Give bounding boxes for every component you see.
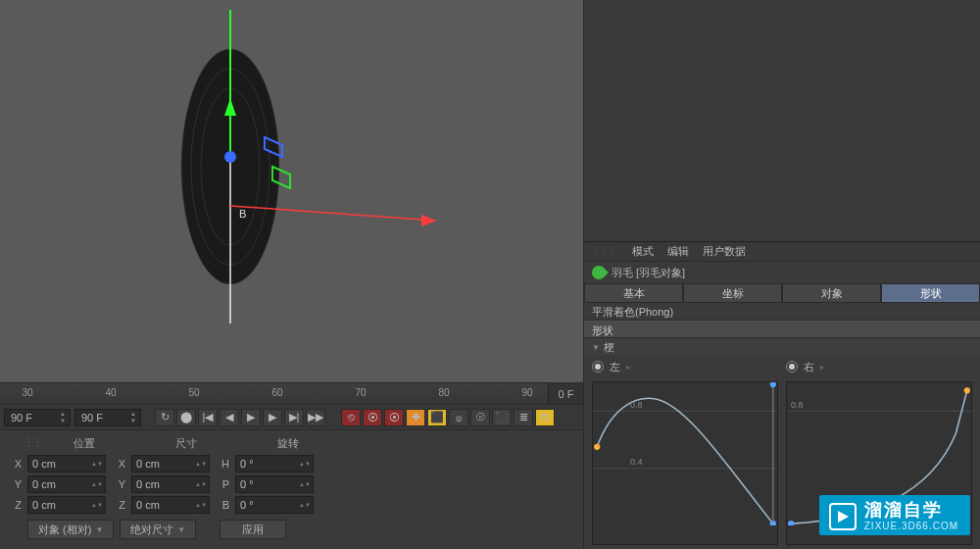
svg-point-18 (964, 387, 970, 393)
key-btn-10[interactable]: ⧉ (535, 409, 555, 426)
stem-subsection[interactable]: ▼梗 (584, 338, 980, 356)
graph-ytick: 0.8 (791, 400, 804, 410)
curve-graph-left[interactable]: 0.8 0.4 (592, 381, 778, 545)
object-relative-dropdown[interactable]: 对象 (相对)▼ (27, 520, 114, 539)
coordinates-panel: ⋮⋮ 位置 尺寸 旋转 X 0 cm▲▼ X 0 cm▲▼ H 0 °▲▼ Y … (0, 429, 583, 549)
timeline-tick: 40 (105, 387, 116, 398)
apply-button[interactable]: 应用 (220, 520, 286, 539)
record-button[interactable]: ⬤ (176, 409, 196, 426)
transport-bar: 90 F▲▼ 90 F▲▼ ↻ ⬤ |◀ ◀ ▶ ▶ ▶| ▶▶ ⦸ ⦿ ⦿ ✚… (0, 404, 583, 429)
to-start-button[interactable]: |◀ (198, 409, 218, 426)
watermark-badge: 溜溜自学 ZIXUE.3D66.COM (819, 495, 970, 535)
key-btn-9[interactable]: ≣ (514, 409, 533, 426)
timeline-tick: 70 (355, 387, 366, 398)
watermark-title: 溜溜自学 (864, 501, 958, 521)
absolute-size-dropdown[interactable]: 绝对尺寸▼ (120, 520, 196, 539)
key-btn-5[interactable]: ⬛ (427, 409, 447, 426)
key-btn-8[interactable]: ⬛ (492, 409, 512, 426)
size-y-field[interactable]: 0 cm▲▼ (131, 475, 210, 493)
menu-mode[interactable]: 模式 (632, 244, 654, 259)
menu-user-data[interactable]: 用户数据 (703, 244, 746, 259)
right-upper-panel (584, 0, 980, 242)
pos-y-field[interactable]: 0 cm▲▼ (27, 475, 106, 493)
menu-edit[interactable]: 编辑 (667, 244, 689, 259)
timeline-ruler[interactable]: 30 40 50 60 70 80 90 0 F (0, 382, 583, 404)
radio-left[interactable] (592, 361, 604, 373)
graph-ytick: 0.8 (630, 400, 643, 410)
svg-point-17 (788, 521, 794, 525)
radio-right-label: 右 (804, 360, 814, 374)
timeline-current-frame: 0 F (548, 383, 583, 404)
rot-p-field[interactable]: 0 °▲▼ (235, 475, 314, 493)
pos-z-field[interactable]: 0 cm▲▼ (27, 496, 106, 514)
keyframe-toolbar: ⦸ ⦿ ⦿ ✚ ⬛ ⌾ ⦾ ⬛ ≣ ⧉ (341, 409, 555, 426)
timeline-tick: 60 (271, 387, 282, 398)
watermark-url: ZIXUE.3D66.COM (864, 521, 958, 531)
radio-right[interactable] (786, 361, 798, 373)
timeline-tick: 30 (22, 387, 32, 398)
size-x-field[interactable]: 0 cm▲▼ (131, 455, 210, 473)
rotation-header: 旋转 (237, 436, 339, 451)
tab-shape[interactable]: 形状 (881, 283, 980, 303)
key-btn-1[interactable]: ⦸ (341, 409, 361, 426)
viewport-3d[interactable]: B (0, 0, 583, 382)
left-right-radio-row: 左 ▸ 右 ▸ (584, 356, 980, 377)
disclosure-icon: ▼ (592, 343, 600, 352)
timeline-tick: 80 (438, 387, 449, 398)
key-btn-6[interactable]: ⌾ (449, 409, 468, 426)
graph-ytick: 0.4 (630, 457, 643, 467)
pos-x-field[interactable]: 0 cm▲▼ (27, 455, 106, 473)
viewport-canvas: B (0, 0, 583, 371)
object-title-label: 羽毛 [羽毛对象] (612, 266, 685, 280)
tab-basic[interactable]: 基本 (584, 283, 683, 303)
key-btn-4[interactable]: ✚ (406, 409, 425, 426)
radio-left-label: 左 (610, 360, 620, 374)
tab-coord[interactable]: 坐标 (683, 283, 782, 303)
fast-forward-button[interactable]: ▶▶ (306, 409, 325, 426)
svg-marker-9 (421, 215, 436, 226)
object-title-row: 羽毛 [羽毛对象] (584, 262, 980, 283)
attribute-tabs: 基本 坐标 对象 形状 (584, 283, 980, 303)
play-button[interactable]: ▶ (241, 409, 261, 426)
tab-object[interactable]: 对象 (782, 283, 881, 303)
key-btn-2[interactable]: ⦿ (363, 409, 382, 426)
coord-row-y: Y 0 cm▲▼ Y 0 cm▲▼ P 0 °▲▼ (8, 475, 575, 493)
grip-icon: ⋮⋮ (24, 436, 33, 451)
loop-button[interactable]: ↻ (155, 409, 174, 426)
to-end-button[interactable]: ▶| (284, 409, 304, 426)
frame-end-field-1[interactable]: 90 F▲▼ (4, 409, 71, 426)
grip-icon: ⋮⋮⋮ (590, 245, 616, 258)
frame-end-field-2[interactable]: 90 F▲▼ (74, 409, 141, 426)
shape-section-header: 形状 (584, 321, 980, 338)
axis-label-b: B (239, 208, 246, 220)
coord-row-z: Z 0 cm▲▼ Z 0 cm▲▼ B 0 °▲▼ (8, 496, 575, 514)
rot-b-field[interactable]: 0 °▲▼ (235, 496, 314, 514)
next-frame-button[interactable]: ▶ (263, 409, 282, 426)
attribute-menu-bar: ⋮⋮⋮ 模式 编辑 用户数据 (584, 242, 980, 262)
rot-h-field[interactable]: 0 °▲▼ (235, 455, 314, 473)
timeline-tick: 90 (521, 387, 532, 398)
size-header: 尺寸 (135, 436, 237, 451)
prev-frame-button[interactable]: ◀ (220, 409, 239, 426)
key-btn-3[interactable]: ⦿ (384, 409, 404, 426)
coord-row-x: X 0 cm▲▼ X 0 cm▲▼ H 0 °▲▼ (8, 455, 575, 473)
svg-point-15 (770, 382, 776, 387)
feather-icon (589, 263, 609, 282)
key-btn-7[interactable]: ⦾ (470, 409, 490, 426)
play-logo-icon (829, 503, 857, 530)
size-z-field[interactable]: 0 cm▲▼ (131, 496, 210, 514)
svg-marker-19 (838, 511, 849, 523)
svg-point-13 (594, 444, 600, 450)
timeline-tick: 50 (188, 387, 199, 398)
phong-row[interactable]: 平滑着色(Phong) (584, 303, 980, 321)
svg-point-7 (224, 151, 236, 163)
position-header: 位置 (33, 436, 135, 451)
